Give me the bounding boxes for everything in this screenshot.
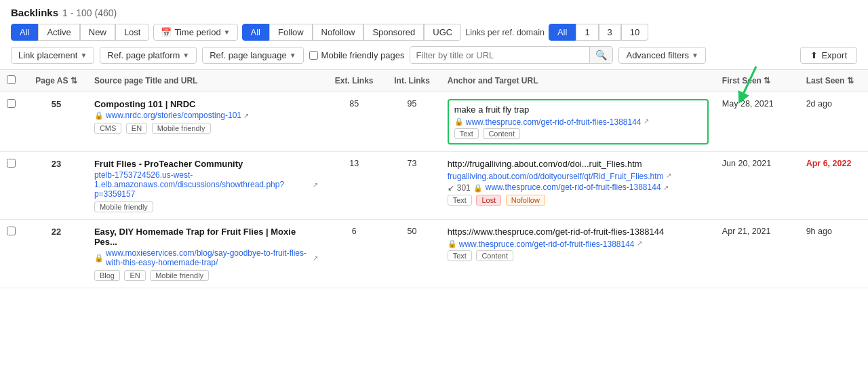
source-url-link[interactable]: 🔒 www.nrdc.org/stories/composting-101 ↗ bbox=[94, 111, 318, 120]
page-as-value: 23 bbox=[52, 159, 61, 169]
first-seen-date: May 28, 2021 bbox=[722, 99, 774, 109]
source-tags: Blog EN Mobile friendly bbox=[94, 270, 318, 281]
sort-icon: ⇅ bbox=[764, 76, 770, 85]
row-checkbox[interactable] bbox=[7, 99, 16, 108]
links-per-domain-group: All 1 3 10 bbox=[549, 24, 648, 41]
tag-lost: Lost bbox=[476, 195, 501, 206]
anchor-text: make a fruit fly trap bbox=[454, 104, 702, 115]
lpd-10-btn[interactable]: 10 bbox=[621, 24, 648, 41]
export-btn[interactable]: ⬆ Export bbox=[800, 47, 857, 64]
lock-icon: 🔒 bbox=[94, 254, 104, 263]
first-seen-date: Jun 20, 2021 bbox=[722, 159, 771, 168]
sort-icon: ⇅ bbox=[71, 76, 77, 85]
backlinks-table: Page AS ⇅ Source page Title and URL Ext.… bbox=[0, 70, 868, 288]
redirect-url-link[interactable]: www.thespruce.com/get-rid-of-fruit-flies… bbox=[486, 182, 669, 192]
linktype-all-btn[interactable]: All bbox=[242, 24, 269, 41]
row-checkbox[interactable] bbox=[7, 227, 16, 235]
anchor-text: https://www.thespruce.com/get-rid-of-fru… bbox=[448, 227, 709, 237]
tag-cms: CMS bbox=[94, 123, 121, 134]
linktype-ugc-btn[interactable]: UGC bbox=[424, 24, 461, 41]
tag-nofollow: Nofollow bbox=[506, 195, 545, 206]
status-new-btn[interactable]: New bbox=[80, 24, 115, 41]
tag-mobile-friendly: Mobile friendly bbox=[152, 123, 211, 134]
col-source: Source page Title and URL bbox=[87, 70, 325, 92]
source-url-link[interactable]: ptelb-1753724526.us-west-1.elb.amazonaws… bbox=[94, 170, 318, 199]
page-count: 1 - 100 (460) bbox=[62, 7, 117, 18]
anchor-tags: Text Content bbox=[448, 250, 709, 261]
col-int-links: Int. Links bbox=[383, 70, 440, 92]
lpd-1-btn[interactable]: 1 bbox=[576, 24, 598, 41]
search-box: 🔍 bbox=[410, 46, 613, 64]
tag-content: Content bbox=[483, 128, 520, 139]
chevron-down-icon: ▼ bbox=[80, 52, 87, 59]
time-period-btn[interactable]: 📅 Time period ▼ bbox=[153, 24, 237, 41]
search-input[interactable] bbox=[410, 47, 589, 63]
last-seen-date: Apr 6, 2022 bbox=[806, 159, 852, 168]
target-url-link[interactable]: 🔒 www.thespruce.com/get-rid-of-fruit-fli… bbox=[454, 117, 702, 127]
calendar-icon: 📅 bbox=[161, 27, 172, 37]
external-link-icon: ↗ bbox=[663, 184, 669, 191]
source-tags: Mobile friendly bbox=[94, 201, 318, 212]
source-url-link[interactable]: 🔒 www.moxieservices.com/blog/say-goodbye… bbox=[94, 248, 318, 267]
ext-links-value: 13 bbox=[325, 152, 383, 220]
external-link-icon: ↗ bbox=[313, 181, 318, 189]
table-row: 55 Composting 101 | NRDC 🔒 www.nrdc.org/… bbox=[0, 92, 868, 152]
page-title: Backlinks bbox=[11, 7, 58, 18]
first-seen-date: Apr 21, 2021 bbox=[722, 227, 771, 236]
external-link-icon: ↗ bbox=[313, 254, 318, 262]
status-lost-btn[interactable]: Lost bbox=[115, 24, 150, 41]
lpd-all-btn[interactable]: All bbox=[549, 24, 576, 41]
tag-mobile-friendly: Mobile friendly bbox=[94, 201, 153, 212]
links-per-domain-label: Links per ref. domain bbox=[465, 28, 545, 37]
status-all-btn[interactable]: All bbox=[11, 24, 38, 41]
advanced-filters-label: Advanced filters bbox=[626, 50, 689, 60]
linktype-follow-btn[interactable]: Follow bbox=[269, 24, 313, 41]
chevron-down-icon: ▼ bbox=[182, 52, 189, 59]
redirect-code: 301 bbox=[457, 183, 471, 193]
advanced-filters-btn[interactable]: Advanced filters ▼ bbox=[618, 47, 705, 64]
search-button[interactable]: 🔍 bbox=[589, 47, 612, 63]
row-checkbox[interactable] bbox=[7, 159, 16, 168]
select-all-checkbox[interactable] bbox=[7, 75, 16, 84]
status-active-btn[interactable]: Active bbox=[38, 24, 79, 41]
last-seen-date: 9h ago bbox=[806, 227, 832, 236]
export-label: Export bbox=[821, 50, 847, 60]
int-links-value: 73 bbox=[383, 152, 440, 220]
anchor-tags: Text Content bbox=[454, 128, 702, 139]
linktype-nofollow-btn[interactable]: Nofollow bbox=[313, 24, 364, 41]
tag-en: EN bbox=[124, 270, 145, 281]
mobile-friendly-filter[interactable]: Mobile friendly pages bbox=[309, 50, 405, 60]
tag-text: Text bbox=[448, 250, 472, 261]
anchor-tags: Text Lost Nofollow bbox=[448, 195, 709, 206]
ref-page-platform-btn[interactable]: Ref. page platform ▼ bbox=[100, 47, 197, 64]
tag-text: Text bbox=[448, 195, 472, 206]
target-url-link[interactable]: 🔒 www.thespruce.com/get-rid-of-fruit-fli… bbox=[448, 239, 709, 249]
page-as-value: 22 bbox=[52, 227, 61, 237]
ext-links-value: 6 bbox=[325, 220, 383, 288]
col-last-seen: Last Seen ⇅ bbox=[800, 70, 868, 92]
table-row: 22 Easy, DIY Homemade Trap for Fruit Fli… bbox=[0, 220, 868, 288]
source-title: Fruit Flies - ProTeacher Community bbox=[94, 159, 318, 169]
redirect-info: ↙ 301 🔒 www.thespruce.com/get-rid-of-fru… bbox=[448, 182, 709, 193]
external-link-icon: ↗ bbox=[644, 117, 649, 125]
page-as-value: 55 bbox=[52, 99, 61, 109]
status-filter-group: All Active New Lost bbox=[11, 24, 149, 41]
link-placement-btn[interactable]: Link placement ▼ bbox=[11, 47, 94, 64]
linktype-sponsored-btn[interactable]: Sponsored bbox=[363, 24, 424, 41]
target-url-link[interactable]: frugalliving.about.com/od/doityourself/q… bbox=[448, 172, 709, 181]
lpd-3-btn[interactable]: 3 bbox=[599, 24, 621, 41]
mobile-friendly-checkbox[interactable] bbox=[309, 51, 318, 60]
col-anchor: Anchor and Target URL bbox=[441, 70, 715, 92]
external-link-icon: ↗ bbox=[243, 112, 249, 119]
anchor-target-cell: http://frugalliving.about.com/od/doi...r… bbox=[448, 159, 709, 206]
external-link-icon: ↗ bbox=[637, 239, 642, 247]
chevron-down-icon: ▼ bbox=[290, 52, 296, 59]
source-tags: CMS EN Mobile friendly bbox=[94, 123, 318, 134]
tag-en: EN bbox=[126, 123, 147, 134]
int-links-value: 95 bbox=[383, 92, 440, 152]
ref-page-language-btn[interactable]: Ref. page language ▼ bbox=[202, 47, 303, 64]
source-title: Composting 101 | NRDC bbox=[94, 99, 318, 109]
lock-icon: 🔒 bbox=[473, 184, 483, 193]
lock-icon: 🔒 bbox=[94, 111, 104, 120]
tag-content: Content bbox=[476, 250, 513, 261]
